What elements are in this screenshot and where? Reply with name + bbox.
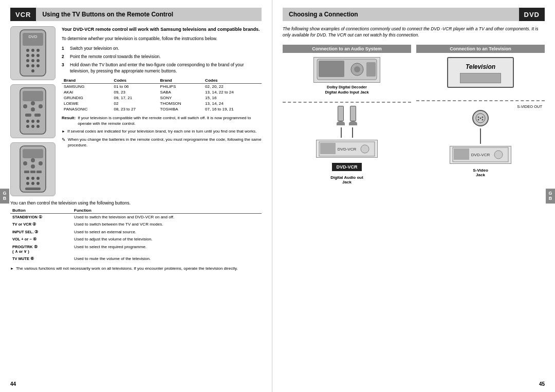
dotted-divider-audio (283, 102, 411, 103)
bullet-note-1: If several codes are indicated for your … (62, 128, 262, 134)
brand-table-row: PANASONIC08, 23 to 27TOSHIBA07, 16 to 19… (62, 106, 262, 112)
dvd-vcr-device-tv: DVD-VCR (450, 146, 511, 164)
svg-text:DVD-VCR: DVD-VCR (471, 153, 490, 157)
svg-point-4 (36, 49, 40, 52)
svg-point-32 (23, 161, 27, 165)
svg-rect-47 (319, 61, 344, 77)
svg-rect-31 (23, 149, 43, 158)
func-table-row: PROG/TRK ⑤ ( ∧ or ∨ )Used to select the … (10, 244, 262, 256)
svg-point-11 (26, 64, 29, 67)
svg-point-49 (354, 66, 360, 72)
result-note: Result: If your television is compatible… (62, 115, 262, 126)
brand-table-row: SAMSUNG01 to 06PHILIPS02, 20, 22 (62, 84, 262, 90)
svg-point-39 (26, 177, 29, 180)
svg-point-35 (31, 164, 35, 169)
gb-badge-left: GB (0, 189, 9, 204)
svg-rect-17 (23, 91, 43, 101)
svg-point-9 (31, 59, 34, 62)
svg-point-54 (361, 145, 369, 153)
svg-point-56 (478, 116, 479, 118)
right-page: GB Choosing a Connection DVD The followi… (272, 0, 555, 392)
dvd-tag: DVD (519, 8, 545, 21)
svg-point-41 (36, 177, 40, 180)
svg-point-33 (31, 158, 35, 162)
left-header: VCR Using the TV Buttons on the Remote C… (10, 8, 262, 21)
tv-device: Television (447, 57, 514, 88)
conn-tv-section: Connection to an Television Television S… (416, 45, 545, 221)
svg-point-29 (36, 125, 40, 128)
svg-point-8 (26, 59, 29, 62)
right-header-title: Choosing a Connection (283, 8, 519, 21)
intro-normal: To determine whether your television is … (62, 36, 262, 42)
right-header: Choosing a Connection DVD (283, 8, 545, 21)
svg-point-42 (26, 182, 29, 185)
func-table-row: VOL + or − ④Used to adjust the volume of… (10, 236, 262, 243)
col-codes1: Codes (112, 78, 158, 84)
col-brand2: Brand (158, 78, 203, 84)
rca-right (349, 106, 357, 125)
page-spread: GB VCR Using the TV Buttons on the Remot… (0, 0, 555, 392)
svideo-jack-label: S-VideoJack (473, 168, 488, 177)
svg-point-44 (36, 182, 40, 185)
svg-point-57 (482, 116, 484, 118)
func-table-row: STANDBY/ON ①Used to switch the televisio… (10, 214, 262, 221)
note-icon-1: When you change the batteries in the rem… (62, 137, 262, 148)
svg-rect-50 (366, 62, 376, 77)
svg-point-60 (480, 117, 482, 119)
func-col-button: Button (10, 208, 72, 214)
conn-audio-title: Connection to an Audio System (283, 45, 411, 53)
right-intro: The following show examples of connectio… (283, 26, 545, 39)
svg-point-13 (36, 64, 40, 67)
audio-system-device (313, 57, 380, 83)
svg-point-12 (31, 64, 34, 67)
intro-bold: Your DVD-VCR remote control will work wi… (62, 26, 262, 33)
dotted-divider-tv (416, 100, 545, 101)
svg-rect-45 (25, 188, 41, 190)
svg-point-27 (26, 125, 29, 128)
digital-audio-label: Digital Audio outJack (330, 175, 363, 184)
svg-rect-36 (24, 171, 29, 173)
page-num-right: 45 (539, 381, 545, 387)
audio-diagram: Dolby Digital DecoderDigital Audio Input… (283, 57, 411, 221)
dvd-vcr-device-audio: DVD-VCR (316, 140, 378, 158)
func-col-function: Function (72, 208, 262, 214)
svg-point-58 (478, 119, 479, 120)
tv-screen (460, 73, 501, 83)
audio-lines (341, 127, 353, 138)
step-3: 3Hold down the TV button and enter the t… (62, 62, 262, 74)
func-table: Button Function STANDBY/ON ①Used to swit… (10, 208, 262, 263)
svg-rect-23 (34, 114, 41, 117)
final-note: The various functions will not necessari… (10, 266, 262, 271)
svg-rect-22 (25, 114, 31, 117)
svg-point-3 (31, 49, 34, 52)
col-brand1: Brand (62, 78, 112, 84)
rca-left (337, 106, 345, 125)
conn-audio-section: Connection to an Audio System Dol (283, 45, 411, 221)
remote-image-2 (10, 84, 55, 138)
conn-tv-title: Connection to an Television (416, 45, 545, 53)
svideo-line (480, 128, 481, 144)
left-page: GB VCR Using the TV Buttons on the Remot… (0, 0, 272, 392)
col-codes2: Codes (203, 78, 262, 84)
remote-image-1: DVD (10, 26, 55, 80)
func-table-row: TV or VCR ②Used to switch between the TV… (10, 221, 262, 228)
btn-func-intro: You can then control the television usin… (10, 200, 262, 206)
svg-point-14 (31, 69, 34, 72)
func-table-row: INPUT SEL. ③Used to select an external s… (10, 229, 262, 236)
steps-list: 1Switch your television on. 2Point the r… (62, 46, 262, 74)
svg-rect-38 (36, 171, 42, 173)
step-1: 1Switch your television on. (62, 46, 262, 52)
svg-rect-62 (454, 148, 469, 160)
step-2: 2Point the remote control towards the te… (62, 54, 262, 60)
svg-point-34 (39, 161, 43, 165)
svg-point-40 (31, 177, 34, 180)
tv-diagram: Television S-VIDEO OUT (416, 57, 545, 221)
svg-point-59 (482, 119, 484, 120)
remote-image-3 (10, 142, 55, 196)
svg-point-10 (36, 59, 40, 62)
svg-point-21 (31, 107, 35, 111)
dolby-label: Dolby Digital DecoderDigital Audio Input… (325, 85, 368, 95)
brand-table-row: AKAI09, 23SABA13, 14, 22 to 24 (62, 89, 262, 95)
svg-point-19 (31, 101, 35, 105)
svg-text:DVD: DVD (29, 34, 38, 39)
